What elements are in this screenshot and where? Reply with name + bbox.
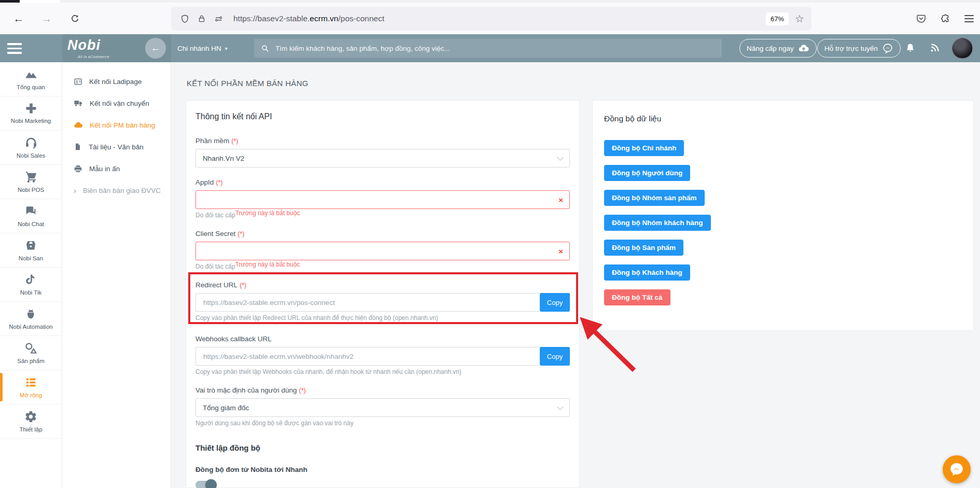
list-icon	[24, 376, 37, 389]
sync-customers-button[interactable]: Đồng bộ Khách hàng	[604, 264, 690, 281]
sidebar-item-mo-rong[interactable]: Mở rộng	[0, 370, 62, 405]
sync-all-button[interactable]: Đồng bộ Tất cả	[604, 289, 670, 305]
field-label: Redirect URL(*)	[195, 281, 570, 289]
sidebar-item-label: Nobi Automation	[9, 324, 52, 330]
sidebar-item-nobi-automation[interactable]: Nobi Automation	[0, 302, 62, 336]
document-icon	[74, 143, 82, 151]
app-header: Nobi All in eCommerce ← Chi nhánh HN ▾ N…	[0, 34, 980, 62]
browser-back-button[interactable]: ←	[9, 9, 28, 28]
sidebar-item-label: Tổng quan	[17, 84, 45, 91]
online-support-button[interactable]: Hỗ trợ trực tuyến	[817, 39, 901, 58]
user-avatar[interactable]	[952, 38, 973, 59]
extensions-puzzle-icon[interactable]	[940, 13, 951, 24]
submenu-item-mau-in-an[interactable]: Mẫu in ấn	[62, 158, 171, 179]
webhook-url-input[interactable]	[202, 352, 534, 361]
sidebar-item-label: Nobi Marketing	[11, 118, 51, 124]
cloud-icon	[74, 120, 83, 130]
global-search[interactable]	[254, 39, 722, 58]
browser-address-bar[interactable]: https://basev2-stable.ecrm.vn/pos-connec…	[171, 7, 811, 31]
tiktok-icon	[24, 273, 37, 286]
messenger-chat-bubble[interactable]	[943, 455, 971, 483]
notification-bell-icon[interactable]	[905, 43, 916, 53]
sync-customer-groups-button[interactable]: Đồng bộ Nhóm khách hàng	[604, 215, 711, 231]
card-title: Thông tin kết nối API	[195, 112, 570, 121]
sidebar-item-nobi-pos[interactable]: Nobi POS	[0, 165, 62, 199]
sidebar-item-label: Nobi Tik	[20, 289, 42, 296]
field-label: Client Secret(*)	[195, 230, 570, 238]
url-prefix: https://basev2-stable.	[233, 14, 310, 23]
error-x-icon: ×	[558, 196, 563, 204]
messenger-icon	[882, 43, 893, 54]
back-arrow-icon: ←	[13, 12, 24, 25]
bookmark-star-icon[interactable]: ☆	[795, 12, 804, 25]
sync-order-toggle[interactable]	[195, 481, 215, 488]
default-role-select-value: Tổng giám đốc	[203, 404, 249, 412]
field-helper: Do đối tác cấpTrường này là bắt buộc	[195, 212, 570, 219]
client-secret-input[interactable]	[202, 247, 554, 256]
lock-icon[interactable]	[197, 14, 206, 23]
field-helper: Copy vào phần thiết lập Webhooks của nha…	[195, 368, 570, 375]
sidebar-item-nobi-marketing[interactable]: Nobi Marketing	[0, 96, 62, 131]
app-menu-icon[interactable]	[7, 43, 22, 54]
software-select[interactable]: Nhanh.Vn V2	[195, 149, 570, 168]
rss-feed-icon[interactable]	[930, 43, 940, 53]
field-default-role: Vai trò mặc định của người dùng(*) Tổng …	[195, 386, 570, 427]
field-helper: Do đối tác cấpTrường này là bắt buộc	[195, 263, 570, 270]
submenu-item-label: Kết nối vận chuyển	[90, 100, 149, 107]
submenu-item-ket-noi-pm-ban-hang[interactable]: Kết nối PM bán hàng	[62, 114, 171, 136]
collapse-submenu-button[interactable]: ←	[145, 38, 166, 59]
field-helper: Người dùng sau khi đồng bộ sẽ được gán v…	[195, 420, 570, 427]
submenu-item-label: Kết nối Ladipage	[89, 78, 142, 86]
submenu-item-label: Biên bản bàn giao ĐVVC	[83, 187, 161, 194]
sidebar-item-tong-quan[interactable]: Tổng quan	[0, 62, 62, 96]
sync-users-button[interactable]: Đồng bộ Người dùng	[604, 165, 690, 181]
sidebar-item-label: Nobi Chat	[18, 221, 44, 228]
api-connection-card: Thông tin kết nối API Phần mềm(*) Nhanh.…	[186, 100, 580, 488]
submenu-item-bien-ban-ban-giao-dvvc[interactable]: › Biên bản bàn giao ĐVVC	[62, 179, 171, 201]
required-mark: (*)	[216, 179, 222, 186]
default-role-select[interactable]: Tổng giám đốc	[195, 398, 570, 417]
required-mark: (*)	[237, 230, 244, 238]
sidebar-item-san-pham[interactable]: Sản phẩm	[0, 336, 62, 370]
branch-selector-label: Chi nhánh HN	[177, 45, 221, 52]
pocket-icon[interactable]	[916, 13, 927, 24]
browser-forward-button[interactable]: →	[37, 9, 56, 28]
page-title: KẾT NỐI PHẦN MỀM BÁN HÀNG	[187, 79, 309, 88]
url-path: /pos-connect	[338, 14, 384, 23]
submenu-item-ket-noi-van-chuyen[interactable]: Kết nối vận chuyển	[62, 92, 171, 114]
mountain-icon	[24, 67, 38, 81]
sidebar-item-nobi-chat[interactable]: Nobi Chat	[0, 199, 62, 233]
redirect-url-input-wrapper	[195, 293, 540, 312]
permissions-icon[interactable]	[214, 14, 223, 24]
sidebar-item-thiet-lap[interactable]: Thiết lập	[0, 405, 62, 439]
search-input[interactable]	[274, 44, 715, 53]
cart-icon	[24, 170, 38, 184]
redirect-url-copy-button[interactable]: Copy	[540, 293, 570, 312]
browser-menu-icon[interactable]	[964, 15, 974, 22]
submenu-item-ket-noi-ladipage[interactable]: Kết nối Ladipage	[62, 71, 171, 92]
redirect-url-input[interactable]	[202, 298, 534, 307]
sidebar-item-nobi-tik[interactable]: Nobi Tik	[0, 268, 62, 302]
required-mark: (*)	[231, 137, 238, 145]
sync-products-button[interactable]: Đồng bộ Sản phẩm	[604, 240, 683, 256]
upgrade-button-label: Nâng cấp ngay	[747, 45, 794, 52]
sync-product-groups-button[interactable]: Đồng bộ Nhóm sản phẩm	[604, 190, 705, 206]
sidebar-item-nobi-sales[interactable]: Nobi Sales	[0, 131, 62, 165]
url-domain: ecrm.vn	[310, 14, 338, 23]
webhook-url-copy-button[interactable]: Copy	[540, 347, 570, 366]
url-text[interactable]: https://basev2-stable.ecrm.vn/pos-connec…	[233, 14, 766, 23]
app-id-input[interactable]	[202, 196, 554, 204]
browser-reload-button[interactable]	[65, 9, 84, 28]
submenu-item-tai-lieu-van-ban[interactable]: Tài liệu - Văn bản	[62, 136, 171, 158]
sync-branch-button[interactable]: Đồng bộ Chi nhánh	[604, 140, 684, 156]
app-id-input-wrapper: ×	[195, 190, 570, 209]
sidebar-item-label: Mở rộng	[20, 392, 42, 399]
branch-selector[interactable]: Chi nhánh HN ▾	[177, 34, 228, 62]
sidebar-item-label: Thiết lập	[19, 426, 42, 433]
software-select-value: Nhanh.Vn V2	[203, 155, 244, 162]
upgrade-button[interactable]: Nâng cấp ngay	[739, 39, 817, 58]
shield-icon[interactable]	[180, 14, 190, 24]
sync-toggle-label: Đồng bộ đơn từ Nobita tới Nhanh	[195, 466, 570, 473]
sidebar-item-nobi-san[interactable]: Nobi San	[0, 233, 62, 268]
page-zoom-indicator[interactable]: 67%	[766, 12, 789, 25]
